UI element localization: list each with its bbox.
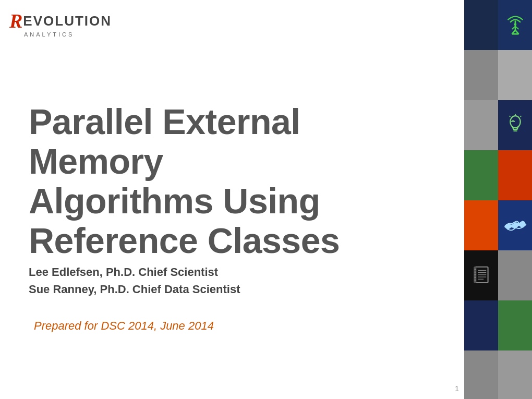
author-info: Lee Edlefsen, Ph.D. Chief Scientist Sue … [29, 263, 240, 298]
svg-point-6 [514, 23, 516, 26]
tile-8-1 [464, 350, 498, 399]
svg-line-11 [509, 116, 510, 117]
tile-row-2 [464, 50, 532, 100]
logo-analytics: ANALYTICS [24, 31, 74, 38]
tile-6-2 [498, 250, 532, 300]
slide: R EVoLUTION ANALYTICS Parallel External … [0, 0, 532, 399]
svg-point-21 [474, 272, 476, 273]
lightbulb-icon [504, 113, 527, 138]
prepared-for: Prepared for DSC 2014, June 2014 [34, 319, 214, 333]
slide-number: 1 [455, 384, 459, 393]
tile-2-2 [498, 50, 532, 100]
tile-7-1 [464, 300, 498, 350]
tile-5-2 [498, 200, 532, 250]
prepared-text: Prepared for DSC 2014, June 2014 [34, 319, 214, 333]
tile-4-1 [464, 150, 498, 200]
author-line1: Lee Edlefsen, Ph.D. Chief Scientist [29, 263, 240, 281]
notebook-icon [470, 263, 492, 287]
svg-line-12 [520, 116, 521, 117]
logo-evolution: EVoLUTION [23, 13, 112, 29]
tile-6-1 [464, 250, 498, 300]
tile-7-2 [498, 300, 532, 350]
tile-5-1 [464, 200, 498, 250]
tile-row-7 [464, 300, 532, 350]
tile-row-4 [464, 150, 532, 200]
logo: R EVoLUTION ANALYTICS [9, 9, 112, 38]
tile-row-8 [464, 350, 532, 399]
tile-8-2 [498, 350, 532, 399]
author-line2: Sue Ranney, Ph.D. Chief Data Scientist [29, 281, 240, 298]
tile-1-1 [464, 0, 498, 50]
wifi-tower-icon [503, 11, 527, 40]
tile-1-2 [498, 0, 532, 50]
logo-r: R [9, 9, 22, 32]
main-title: Parallel External Memory Algorithms Usin… [29, 102, 425, 261]
logo-text-row: R EVoLUTION [9, 9, 112, 32]
tile-row-6 [464, 250, 532, 300]
slide-title: Parallel External Memory Algorithms Usin… [29, 102, 425, 261]
tile-3-2 [498, 100, 532, 150]
tile-grid [464, 0, 532, 399]
svg-point-23 [474, 277, 476, 279]
tile-4-2 [498, 150, 532, 200]
tile-2-1 [464, 50, 498, 100]
tile-row-1 [464, 0, 532, 50]
svg-point-7 [510, 116, 520, 128]
svg-point-24 [474, 280, 476, 281]
svg-point-20 [474, 269, 476, 271]
svg-point-22 [474, 274, 476, 276]
tile-row-3 [464, 100, 532, 150]
tile-row-5 [464, 200, 532, 250]
handshake-icon [503, 212, 528, 239]
tile-3-1 [464, 100, 498, 150]
